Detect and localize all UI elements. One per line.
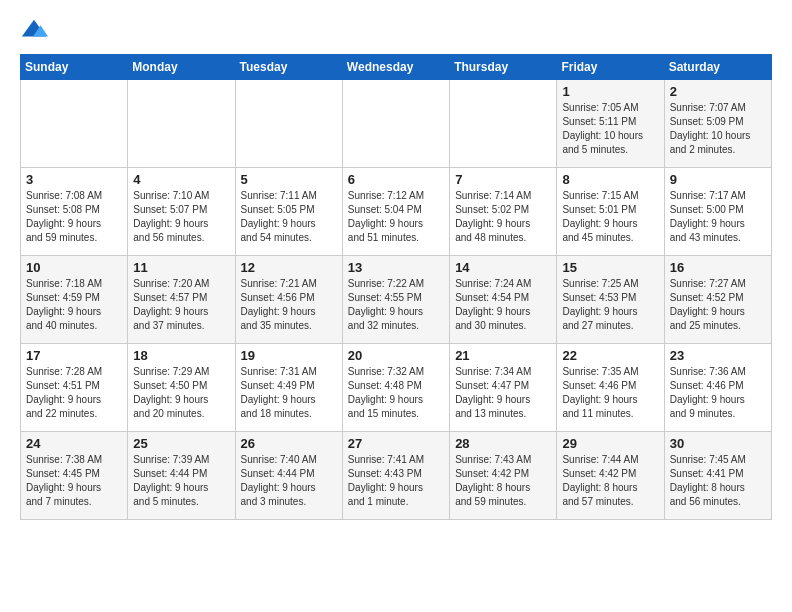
weekday-header: Sunday — [21, 55, 128, 80]
day-info: Sunrise: 7:15 AMSunset: 5:01 PMDaylight:… — [562, 189, 658, 245]
day-info: Sunrise: 7:27 AMSunset: 4:52 PMDaylight:… — [670, 277, 766, 333]
day-number: 19 — [241, 348, 337, 363]
calendar-cell: 5Sunrise: 7:11 AMSunset: 5:05 PMDaylight… — [235, 168, 342, 256]
calendar-cell: 4Sunrise: 7:10 AMSunset: 5:07 PMDaylight… — [128, 168, 235, 256]
calendar-week-row: 10Sunrise: 7:18 AMSunset: 4:59 PMDayligh… — [21, 256, 772, 344]
calendar-cell: 30Sunrise: 7:45 AMSunset: 4:41 PMDayligh… — [664, 432, 771, 520]
weekday-header: Wednesday — [342, 55, 449, 80]
day-info: Sunrise: 7:24 AMSunset: 4:54 PMDaylight:… — [455, 277, 551, 333]
calendar-cell — [128, 80, 235, 168]
day-number: 15 — [562, 260, 658, 275]
day-info: Sunrise: 7:17 AMSunset: 5:00 PMDaylight:… — [670, 189, 766, 245]
day-number: 26 — [241, 436, 337, 451]
calendar-week-row: 17Sunrise: 7:28 AMSunset: 4:51 PMDayligh… — [21, 344, 772, 432]
calendar-cell — [21, 80, 128, 168]
day-number: 6 — [348, 172, 444, 187]
calendar-cell — [342, 80, 449, 168]
day-info: Sunrise: 7:28 AMSunset: 4:51 PMDaylight:… — [26, 365, 122, 421]
calendar-cell: 14Sunrise: 7:24 AMSunset: 4:54 PMDayligh… — [450, 256, 557, 344]
day-number: 11 — [133, 260, 229, 275]
day-info: Sunrise: 7:10 AMSunset: 5:07 PMDaylight:… — [133, 189, 229, 245]
weekday-header: Saturday — [664, 55, 771, 80]
calendar-cell: 7Sunrise: 7:14 AMSunset: 5:02 PMDaylight… — [450, 168, 557, 256]
day-number: 28 — [455, 436, 551, 451]
calendar-cell: 2Sunrise: 7:07 AMSunset: 5:09 PMDaylight… — [664, 80, 771, 168]
day-info: Sunrise: 7:29 AMSunset: 4:50 PMDaylight:… — [133, 365, 229, 421]
day-number: 20 — [348, 348, 444, 363]
calendar-cell: 25Sunrise: 7:39 AMSunset: 4:44 PMDayligh… — [128, 432, 235, 520]
day-info: Sunrise: 7:34 AMSunset: 4:47 PMDaylight:… — [455, 365, 551, 421]
day-number: 7 — [455, 172, 551, 187]
day-number: 16 — [670, 260, 766, 275]
calendar-cell: 16Sunrise: 7:27 AMSunset: 4:52 PMDayligh… — [664, 256, 771, 344]
calendar-cell: 28Sunrise: 7:43 AMSunset: 4:42 PMDayligh… — [450, 432, 557, 520]
day-number: 25 — [133, 436, 229, 451]
calendar-page: SundayMondayTuesdayWednesdayThursdayFrid… — [0, 0, 792, 612]
day-info: Sunrise: 7:38 AMSunset: 4:45 PMDaylight:… — [26, 453, 122, 509]
calendar-cell: 27Sunrise: 7:41 AMSunset: 4:43 PMDayligh… — [342, 432, 449, 520]
day-info: Sunrise: 7:43 AMSunset: 4:42 PMDaylight:… — [455, 453, 551, 509]
weekday-header: Monday — [128, 55, 235, 80]
calendar-table: SundayMondayTuesdayWednesdayThursdayFrid… — [20, 54, 772, 520]
day-number: 10 — [26, 260, 122, 275]
calendar-cell: 21Sunrise: 7:34 AMSunset: 4:47 PMDayligh… — [450, 344, 557, 432]
day-number: 1 — [562, 84, 658, 99]
day-info: Sunrise: 7:12 AMSunset: 5:04 PMDaylight:… — [348, 189, 444, 245]
day-info: Sunrise: 7:20 AMSunset: 4:57 PMDaylight:… — [133, 277, 229, 333]
day-info: Sunrise: 7:11 AMSunset: 5:05 PMDaylight:… — [241, 189, 337, 245]
calendar-cell: 18Sunrise: 7:29 AMSunset: 4:50 PMDayligh… — [128, 344, 235, 432]
day-info: Sunrise: 7:41 AMSunset: 4:43 PMDaylight:… — [348, 453, 444, 509]
day-info: Sunrise: 7:25 AMSunset: 4:53 PMDaylight:… — [562, 277, 658, 333]
day-number: 4 — [133, 172, 229, 187]
calendar-week-row: 24Sunrise: 7:38 AMSunset: 4:45 PMDayligh… — [21, 432, 772, 520]
weekday-header: Tuesday — [235, 55, 342, 80]
calendar-cell: 26Sunrise: 7:40 AMSunset: 4:44 PMDayligh… — [235, 432, 342, 520]
weekday-header-row: SundayMondayTuesdayWednesdayThursdayFrid… — [21, 55, 772, 80]
calendar-cell: 6Sunrise: 7:12 AMSunset: 5:04 PMDaylight… — [342, 168, 449, 256]
calendar-cell: 24Sunrise: 7:38 AMSunset: 4:45 PMDayligh… — [21, 432, 128, 520]
day-info: Sunrise: 7:39 AMSunset: 4:44 PMDaylight:… — [133, 453, 229, 509]
day-number: 9 — [670, 172, 766, 187]
day-number: 12 — [241, 260, 337, 275]
day-info: Sunrise: 7:36 AMSunset: 4:46 PMDaylight:… — [670, 365, 766, 421]
day-number: 30 — [670, 436, 766, 451]
calendar-cell: 13Sunrise: 7:22 AMSunset: 4:55 PMDayligh… — [342, 256, 449, 344]
day-info: Sunrise: 7:35 AMSunset: 4:46 PMDaylight:… — [562, 365, 658, 421]
day-number: 5 — [241, 172, 337, 187]
calendar-cell: 19Sunrise: 7:31 AMSunset: 4:49 PMDayligh… — [235, 344, 342, 432]
calendar-cell: 12Sunrise: 7:21 AMSunset: 4:56 PMDayligh… — [235, 256, 342, 344]
day-info: Sunrise: 7:21 AMSunset: 4:56 PMDaylight:… — [241, 277, 337, 333]
day-info: Sunrise: 7:07 AMSunset: 5:09 PMDaylight:… — [670, 101, 766, 157]
day-info: Sunrise: 7:40 AMSunset: 4:44 PMDaylight:… — [241, 453, 337, 509]
day-info: Sunrise: 7:05 AMSunset: 5:11 PMDaylight:… — [562, 101, 658, 157]
day-number: 24 — [26, 436, 122, 451]
day-info: Sunrise: 7:14 AMSunset: 5:02 PMDaylight:… — [455, 189, 551, 245]
calendar-cell: 9Sunrise: 7:17 AMSunset: 5:00 PMDaylight… — [664, 168, 771, 256]
day-info: Sunrise: 7:32 AMSunset: 4:48 PMDaylight:… — [348, 365, 444, 421]
day-number: 2 — [670, 84, 766, 99]
calendar-cell: 17Sunrise: 7:28 AMSunset: 4:51 PMDayligh… — [21, 344, 128, 432]
day-number: 29 — [562, 436, 658, 451]
weekday-header: Thursday — [450, 55, 557, 80]
weekday-header: Friday — [557, 55, 664, 80]
calendar-cell: 10Sunrise: 7:18 AMSunset: 4:59 PMDayligh… — [21, 256, 128, 344]
day-number: 21 — [455, 348, 551, 363]
calendar-cell: 3Sunrise: 7:08 AMSunset: 5:08 PMDaylight… — [21, 168, 128, 256]
day-number: 22 — [562, 348, 658, 363]
logo — [20, 16, 52, 44]
day-info: Sunrise: 7:18 AMSunset: 4:59 PMDaylight:… — [26, 277, 122, 333]
calendar-cell: 29Sunrise: 7:44 AMSunset: 4:42 PMDayligh… — [557, 432, 664, 520]
calendar-cell: 8Sunrise: 7:15 AMSunset: 5:01 PMDaylight… — [557, 168, 664, 256]
day-info: Sunrise: 7:22 AMSunset: 4:55 PMDaylight:… — [348, 277, 444, 333]
calendar-cell: 23Sunrise: 7:36 AMSunset: 4:46 PMDayligh… — [664, 344, 771, 432]
calendar-cell: 11Sunrise: 7:20 AMSunset: 4:57 PMDayligh… — [128, 256, 235, 344]
day-number: 17 — [26, 348, 122, 363]
calendar-cell: 22Sunrise: 7:35 AMSunset: 4:46 PMDayligh… — [557, 344, 664, 432]
calendar-cell: 20Sunrise: 7:32 AMSunset: 4:48 PMDayligh… — [342, 344, 449, 432]
calendar-cell — [450, 80, 557, 168]
day-number: 18 — [133, 348, 229, 363]
day-number: 3 — [26, 172, 122, 187]
calendar-week-row: 1Sunrise: 7:05 AMSunset: 5:11 PMDaylight… — [21, 80, 772, 168]
day-info: Sunrise: 7:45 AMSunset: 4:41 PMDaylight:… — [670, 453, 766, 509]
day-number: 27 — [348, 436, 444, 451]
